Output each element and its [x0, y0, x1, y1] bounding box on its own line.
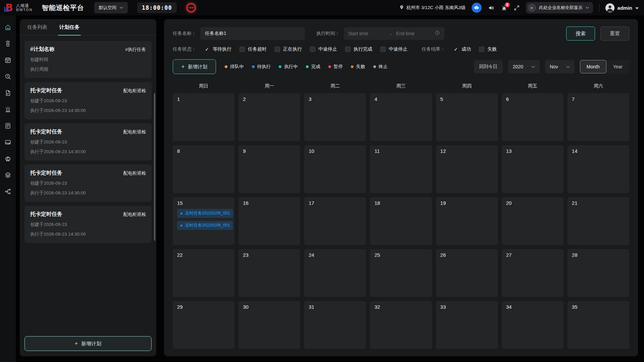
time-search-icon [4, 73, 11, 81]
day-cell-34[interactable]: 34 [502, 301, 564, 349]
user-menu[interactable]: admin [605, 3, 639, 12]
plan-card[interactable]: 托卡定时任务配电柜巡检创建于2026-09-23执行于2026-09-23 14… [24, 123, 152, 161]
status-checkbox-5[interactable]: 中途停止 [380, 46, 408, 52]
day-cell-33[interactable]: 33 [436, 301, 498, 349]
tab-1[interactable]: 计划任务 [59, 19, 79, 35]
legend-dot-icon [373, 65, 376, 68]
day-cell-16[interactable]: 16 [238, 197, 300, 245]
plan-card[interactable]: 托卡定时任务配电柜巡检创建于2026-09-23执行于2026-09-23 14… [24, 82, 152, 119]
sound-button[interactable] [488, 4, 495, 11]
alarm-notifications-button[interactable]: 8 [501, 4, 507, 11]
plan-card[interactable]: 托卡定时任务配电柜巡检创建于2026-09-23执行于2026-09-23 14… [24, 206, 152, 243]
tab-0[interactable]: 任务列表 [27, 19, 47, 35]
day-cell-8[interactable]: 8 [173, 145, 234, 193]
day-cell-10[interactable]: 10 [304, 145, 366, 193]
year-select[interactable]: 2020 [508, 60, 540, 73]
weekday-header: 周日周一周二周三周四周五周六 [173, 80, 629, 93]
day-cell-4[interactable]: 4 [370, 93, 432, 141]
result-checkbox-0[interactable]: ✓成功 [453, 46, 471, 52]
day-cell-12[interactable]: 12 [436, 145, 498, 193]
status-checkbox-4[interactable]: 执行完成 [345, 46, 372, 52]
day-cell-35[interactable]: 35 [568, 301, 629, 349]
scrollbar[interactable] [154, 93, 155, 241]
day-cell-9[interactable]: 9 [238, 145, 300, 193]
weekday-label: 周一 [238, 80, 300, 93]
day-cell-17[interactable]: 17 [304, 197, 366, 245]
sidebar-item-robot[interactable] [4, 156, 12, 163]
chevron-down-icon [586, 7, 589, 9]
sidebar-item-report[interactable] [4, 123, 12, 130]
sidebar-item-device[interactable] [4, 139, 12, 146]
day-number: 10 [309, 148, 362, 154]
sidebar-item-layers[interactable] [4, 172, 12, 179]
day-cell-31[interactable]: 31 [304, 301, 366, 349]
fullscreen-button[interactable] [514, 5, 520, 11]
legend-item: 暂停 [328, 64, 343, 70]
day-cell-21[interactable]: 21 [568, 197, 629, 245]
time-range-picker[interactable]: Start time → End time [344, 27, 444, 40]
status-checkbox-3[interactable]: 中途停止 [310, 46, 337, 52]
add-plan-button[interactable]: + 新增计划 [173, 59, 216, 74]
plan-card[interactable]: 托卡定时任务配电柜巡检创建于2026-09-23执行于2026-09-23 14… [24, 165, 152, 202]
month-select[interactable]: Nov [545, 60, 575, 73]
back-to-today-button[interactable]: 回到今日 [474, 60, 503, 73]
sidebar-item-broadcast[interactable] [4, 41, 12, 48]
day-cell-27[interactable]: 27 [502, 249, 564, 297]
assistant-robot-button[interactable] [472, 3, 482, 13]
company-selector[interactable]: 此处企业名称全部显示 [526, 2, 593, 13]
sidebar-item-calendar[interactable] [4, 57, 12, 64]
day-cell-29[interactable]: 29 [173, 301, 234, 349]
sidebar-item-document[interactable] [4, 90, 12, 97]
day-cell-26[interactable]: 26 [436, 249, 498, 297]
result-checkbox-1[interactable]: 失败 [479, 46, 497, 52]
day-number: 32 [374, 304, 427, 310]
sidebar-item-home[interactable] [4, 24, 12, 32]
day-cell-15[interactable]: 15定时任务20220109_001定时任务20220109_001 [173, 197, 234, 245]
sidebar-item-workflow[interactable] [4, 188, 12, 196]
calendar-event[interactable]: 定时任务20220109_001 [177, 221, 233, 230]
plan-card-title: #计划名称 [30, 46, 55, 53]
space-selector[interactable]: 默认空间 [94, 2, 128, 13]
day-cell-3[interactable]: 3 [304, 93, 366, 141]
day-cell-25[interactable]: 25 [370, 249, 432, 297]
reset-button[interactable]: 重置 [600, 26, 629, 41]
day-cell-6[interactable]: 6 [502, 93, 564, 141]
plan-card[interactable]: #计划名称#执行任务创建时间执行周期 [24, 41, 152, 78]
plan-card-title: 托卡定时任务 [30, 211, 62, 218]
status-checkbox-1[interactable]: 任务超时 [239, 46, 267, 52]
task-name-input[interactable] [200, 27, 305, 40]
day-cell-28[interactable]: 28 [568, 249, 629, 297]
day-cell-30[interactable]: 30 [238, 301, 300, 349]
plan-card-meta: 创建于2026-09-23 [30, 139, 146, 145]
day-cell-19[interactable]: 19 [436, 197, 498, 245]
plan-card-title: 托卡定时任务 [30, 170, 62, 177]
day-cell-18[interactable]: 18 [370, 197, 432, 245]
sidebar-item-alarm[interactable] [4, 106, 12, 114]
status-checkbox-0[interactable]: ✓等待执行 [204, 46, 231, 52]
add-plan-button-bottom[interactable]: + 新增计划 [24, 336, 152, 351]
day-cell-2[interactable]: 2 [238, 93, 300, 141]
day-cell-24[interactable]: 24 [304, 249, 366, 297]
day-cell-5[interactable]: 5 [436, 93, 498, 141]
day-cell-7[interactable]: 7 [568, 93, 629, 141]
day-cell-22[interactable]: 22 [173, 249, 234, 297]
view-toggle-year[interactable]: Year [606, 60, 629, 73]
day-cell-14[interactable]: 14 [568, 145, 629, 193]
search-button[interactable]: 搜索 [566, 26, 595, 41]
day-number: 31 [309, 304, 362, 310]
day-cell-11[interactable]: 11 [370, 145, 432, 193]
sidebar-rail [0, 15, 16, 362]
day-number: 20 [506, 200, 559, 206]
emergency-stop-button[interactable]: STOP [186, 3, 196, 13]
day-cell-13[interactable]: 13 [502, 145, 564, 193]
view-toggle-month[interactable]: Month [580, 60, 606, 73]
day-cell-23[interactable]: 23 [238, 249, 300, 297]
calendar-event[interactable]: 定时任务20220109_001 [177, 209, 233, 218]
day-cell-20[interactable]: 20 [502, 197, 564, 245]
status-checkbox-2[interactable]: 正在执行 [275, 46, 302, 52]
day-number: 8 [177, 148, 230, 154]
day-cell-32[interactable]: 32 [370, 301, 432, 349]
plan-card-list: #计划名称#执行任务创建时间执行周期托卡定时任务配电柜巡检创建于2026-09-… [20, 36, 156, 331]
sidebar-item-time-search[interactable] [4, 73, 12, 81]
day-cell-1[interactable]: 1 [173, 93, 234, 141]
